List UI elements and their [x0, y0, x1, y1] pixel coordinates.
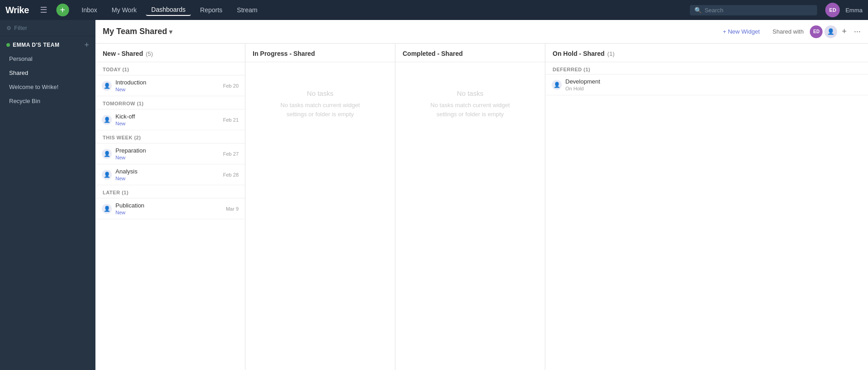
- task-date: Feb 21: [223, 117, 239, 123]
- task-date: Feb 27: [223, 151, 239, 157]
- empty-sub: No tasks match current widget settings o…: [425, 101, 516, 118]
- team-label: EMMA D'S TEAM: [6, 42, 60, 48]
- sidebar-item-welcome[interactable]: Welcome to Wrike!: [0, 80, 95, 94]
- column-header-new-shared: New - Shared (5): [95, 44, 245, 62]
- shared-with-label: Shared with: [773, 28, 804, 35]
- task-status: On Hold: [565, 86, 862, 91]
- task-name: Publication: [115, 202, 222, 209]
- column-new-shared: New - Shared (5) TODAY (1) 👤 Introductio…: [95, 44, 245, 370]
- task-info: Analysis New: [115, 168, 219, 181]
- task-avatar: 👤: [102, 170, 112, 180]
- sidebar-item-label: Welcome to Wrike!: [9, 84, 59, 90]
- column-body-new-shared: TODAY (1) 👤 Introduction New Feb 20 TOMO…: [95, 62, 245, 370]
- task-row[interactable]: 👤 Development On Hold: [545, 74, 868, 95]
- board-area: New - Shared (5) TODAY (1) 👤 Introductio…: [95, 44, 868, 370]
- task-avatar: 👤: [102, 81, 112, 91]
- task-avatar-icon: 👤: [554, 82, 560, 88]
- section-later: LATER (1): [95, 185, 245, 198]
- task-avatar: 👤: [552, 80, 562, 90]
- column-on-hold: On Hold - Shared (1) DEFERRED (1) 👤 Deve…: [545, 44, 868, 370]
- task-avatar: 👤: [102, 204, 112, 214]
- nav-reports[interactable]: Reports: [195, 5, 228, 15]
- task-avatar-icon: 👤: [104, 117, 110, 123]
- task-avatar-icon: 👤: [104, 172, 110, 178]
- layout: ⚙ EMMA D'S TEAM + Personal Shared Welcom…: [0, 20, 868, 370]
- empty-state: No tasks No tasks match current widget s…: [245, 62, 395, 146]
- search-input[interactable]: [704, 7, 813, 14]
- user-name[interactable]: Emma: [845, 7, 863, 14]
- add-new-button[interactable]: +: [56, 4, 69, 16]
- task-status: New: [115, 176, 219, 181]
- toolbar: My Team Shared ▾ + New Widget Shared wit…: [95, 20, 868, 44]
- sidebar-item-label: Recycle Bin: [9, 98, 40, 104]
- column-header-completed: Completed - Shared: [395, 44, 545, 62]
- column-title: Completed - Shared: [403, 50, 463, 57]
- top-nav: Wrike ☰ + Inbox My Work Dashboards Repor…: [0, 0, 868, 20]
- task-avatar-icon: 👤: [104, 83, 110, 89]
- column-in-progress: In Progress - Shared No tasks No tasks m…: [245, 44, 395, 370]
- task-date: Feb 20: [223, 83, 239, 89]
- empty-title: No tasks: [457, 89, 483, 97]
- sidebar-item-shared[interactable]: Shared: [0, 66, 95, 80]
- column-body-in-progress: No tasks No tasks match current widget s…: [245, 62, 395, 370]
- sidebar-team-header: EMMA D'S TEAM +: [0, 36, 95, 52]
- task-row[interactable]: 👤 Publication New Mar 9: [95, 198, 245, 219]
- nav-dashboards[interactable]: Dashboards: [146, 4, 191, 16]
- nav-stream[interactable]: Stream: [231, 5, 263, 15]
- team-dot: [6, 43, 10, 47]
- sidebar-item-label: Personal: [9, 55, 32, 62]
- nav-mywork[interactable]: My Work: [106, 5, 142, 15]
- column-header-in-progress: In Progress - Shared: [245, 44, 395, 62]
- column-count: (5): [146, 50, 153, 57]
- empty-sub: No tasks match current widget settings o…: [275, 101, 366, 118]
- avatar-ed[interactable]: ED: [810, 25, 823, 38]
- column-title: New - Shared: [103, 50, 143, 57]
- sidebar: ⚙ EMMA D'S TEAM + Personal Shared Welcom…: [0, 20, 95, 370]
- section-this-week: THIS WEEK (2): [95, 130, 245, 143]
- sidebar-filter: ⚙: [0, 20, 95, 36]
- sidebar-item-personal[interactable]: Personal: [0, 52, 95, 66]
- task-info: Preparation New: [115, 147, 219, 160]
- section-tomorrow: TOMORROW (1): [95, 96, 245, 109]
- avatar[interactable]: ED: [825, 3, 840, 17]
- add-widget-button[interactable]: + New Widget: [719, 25, 763, 38]
- column-count: (1): [607, 50, 614, 57]
- filter-icon: ⚙: [6, 25, 11, 31]
- empty-state: No tasks No tasks match current widget s…: [395, 62, 545, 146]
- empty-title: No tasks: [307, 89, 333, 97]
- hamburger-button[interactable]: ☰: [36, 3, 51, 17]
- filter-input[interactable]: [14, 25, 89, 31]
- task-row[interactable]: 👤 Preparation New Feb 27: [95, 143, 245, 164]
- sidebar-item-label: Shared: [9, 69, 28, 76]
- more-options-button[interactable]: ···: [854, 27, 861, 36]
- task-date: Mar 9: [226, 206, 239, 212]
- search-icon: 🔍: [694, 7, 702, 14]
- task-row[interactable]: 👤 Kick-off New Feb 21: [95, 109, 245, 130]
- task-avatar: 👤: [102, 149, 112, 159]
- nav-inbox[interactable]: Inbox: [76, 5, 103, 15]
- deferred-label: DEFERRED (1): [545, 62, 868, 74]
- column-header-on-hold: On Hold - Shared (1): [545, 44, 868, 62]
- task-name: Analysis: [115, 168, 219, 175]
- logo-text: Wrike: [5, 5, 29, 15]
- team-name: EMMA D'S TEAM: [13, 42, 60, 48]
- dropdown-arrow-icon[interactable]: ▾: [169, 28, 172, 35]
- task-status: New: [115, 121, 219, 126]
- task-status: New: [115, 210, 222, 215]
- task-avatar: 👤: [102, 115, 112, 125]
- task-date: Feb 28: [223, 172, 239, 178]
- task-status: New: [115, 87, 219, 92]
- task-name: Introduction: [115, 79, 219, 86]
- add-team-button[interactable]: +: [84, 41, 89, 49]
- task-row[interactable]: 👤 Analysis New Feb 28: [95, 164, 245, 185]
- task-name: Development: [565, 78, 862, 85]
- task-info: Publication New: [115, 202, 222, 215]
- task-status: New: [115, 155, 219, 160]
- sidebar-item-recycle[interactable]: Recycle Bin 🗑: [0, 94, 95, 108]
- task-name: Preparation: [115, 147, 219, 154]
- column-title: In Progress - Shared: [253, 50, 315, 57]
- add-shared-button[interactable]: +: [842, 27, 847, 36]
- board-title: My Team Shared ▾: [103, 27, 172, 36]
- task-row[interactable]: 👤 Introduction New Feb 20: [95, 75, 245, 96]
- task-avatar-icon: 👤: [104, 206, 110, 212]
